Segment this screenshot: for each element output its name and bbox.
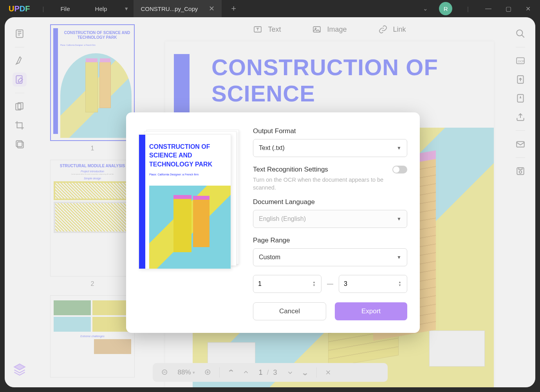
language-select[interactable]: English (English)▼ [253, 210, 407, 228]
tab-close-icon[interactable]: ✕ [209, 4, 215, 13]
step-down-icon[interactable]: ▼ [398, 284, 404, 287]
maximize-button[interactable]: ▢ [504, 4, 513, 14]
step-down-icon[interactable]: ▼ [312, 284, 318, 287]
separator: | [38, 5, 48, 12]
chevron-down-icon: ▼ [397, 255, 401, 260]
page-range-select[interactable]: Custom▼ [253, 248, 407, 266]
minimize-button[interactable]: — [484, 4, 493, 14]
titlebar: UPDF | File Help ▾ CONSTRU...py_Copy ✕ +… [0, 0, 540, 17]
close-button[interactable]: ✕ [524, 4, 532, 14]
preview-meta: Place: California Designer: a French fir… [149, 173, 199, 176]
output-format-select[interactable]: Text (.txt)▼ [253, 139, 407, 157]
ocr-toggle[interactable] [392, 166, 407, 173]
export-button[interactable]: Export [335, 302, 407, 320]
menu-help[interactable]: Help [83, 5, 120, 12]
range-to-input[interactable]: ▲▼ [339, 275, 407, 293]
app-logo: UPDF [0, 4, 38, 13]
ocr-label: Text Recognition Settings [253, 166, 328, 173]
menu-file[interactable]: File [48, 5, 82, 12]
ocr-hint: Turn on the OCR when the document appear… [253, 176, 407, 192]
export-preview: CONSTRUCTION OF SCIENCE AND TECHNOLOGY P… [139, 127, 239, 267]
main-window: CONSTRUCTION OF SCIENCE AND TECHNOLOGY P… [5, 17, 535, 387]
export-modal: CONSTRUCTION OF SCIENCE AND TECHNOLOGY P… [126, 112, 420, 333]
separator: | [463, 5, 473, 12]
range-dash: — [327, 280, 333, 287]
chevron-down-icon[interactable]: ⌄ [423, 5, 428, 12]
document-tab[interactable]: CONSTRU...py_Copy ✕ [134, 0, 222, 17]
range-from-input[interactable]: ▲▼ [253, 275, 321, 293]
menu-dropdown[interactable]: ▾ [119, 5, 134, 12]
export-form: Output Format Text (.txt)▼ Text Recognit… [253, 127, 407, 320]
preview-title: CONSTRUCTION OF SCIENCE AND TECHNOLOGY P… [149, 143, 231, 169]
chevron-down-icon: ▼ [397, 216, 401, 222]
page-range-label: Page Range [253, 237, 407, 244]
tab-add-button[interactable]: + [222, 4, 246, 14]
cancel-button[interactable]: Cancel [253, 302, 326, 320]
chevron-down-icon: ▼ [397, 145, 401, 151]
output-format-label: Output Format [253, 127, 407, 135]
tab-title: CONSTRU...py_Copy [141, 5, 198, 12]
user-avatar[interactable]: R [439, 2, 452, 15]
language-label: Document Language [253, 198, 407, 206]
